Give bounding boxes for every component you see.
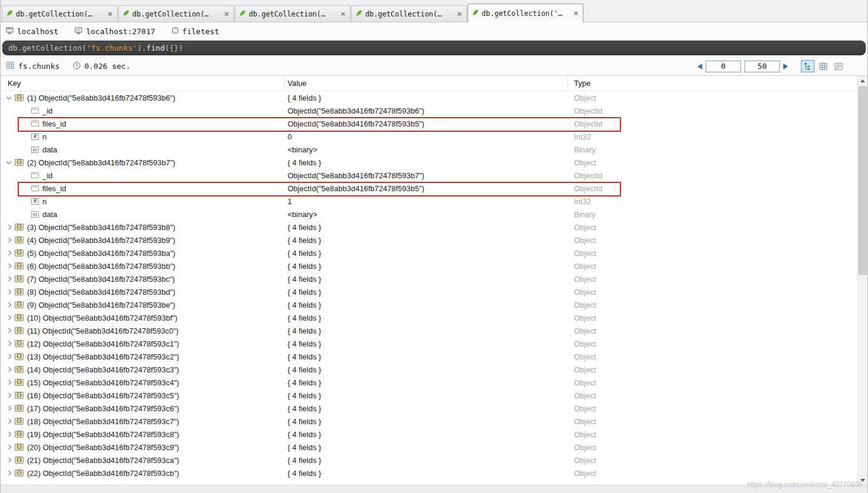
row-key-cell: (11) ObjectId("5e8abb3d416fb72478f593c0"…: [1, 324, 285, 337]
table-row[interactable]: (1) ObjectId("5e8abb3d416fb72478f593b6")…: [1, 91, 867, 104]
scroll-up-icon[interactable]: [858, 76, 867, 85]
table-row[interactable]: (16) ObjectId("5e8abb3d416fb72478f593c5"…: [1, 389, 867, 402]
table-view-button[interactable]: [816, 60, 830, 72]
clock-icon: [73, 62, 81, 71]
expand-arrow-icon[interactable]: [3, 376, 15, 389]
expand-arrow-icon[interactable]: [3, 467, 15, 479]
breadcrumb-database[interactable]: filetest: [172, 27, 219, 36]
table-row[interactable]: (20) ObjectId("5e8abb3d416fb72478f593c9"…: [1, 441, 867, 454]
table-row[interactable]: (17) ObjectId("5e8abb3d416fb72478f593c6"…: [1, 402, 867, 415]
next-page-button[interactable]: [783, 64, 788, 69]
expand-arrow-icon[interactable]: [3, 246, 15, 259]
table-row[interactable]: (3) ObjectId("5e8abb3d416fb72478f593b8")…: [1, 221, 867, 234]
row-type: Object: [568, 324, 867, 337]
expand-arrow-icon[interactable]: [3, 389, 15, 402]
query-editor[interactable]: db.getCollection('fs.chunks').find({}): [2, 41, 866, 55]
table-row[interactable]: (4) ObjectId("5e8abb3d416fb72478f593b9")…: [1, 234, 867, 246]
row-type: Object: [568, 156, 867, 169]
table-row[interactable]: (6) ObjectId("5e8abb3d416fb72478f593bb")…: [1, 259, 867, 272]
table-row[interactable]: (19) ObjectId("5e8abb3d416fb72478f593c8"…: [1, 428, 867, 441]
tab-3[interactable]: db.getCollection(…×: [235, 5, 350, 22]
prev-page-button[interactable]: [697, 64, 702, 69]
table-row[interactable]: n0Int32: [1, 130, 867, 143]
expand-arrow-icon[interactable]: [3, 298, 15, 311]
table-row[interactable]: (5) ObjectId("5e8abb3d416fb72478f593ba")…: [1, 246, 867, 259]
row-value: <binary>: [285, 143, 568, 156]
skip-input[interactable]: [706, 61, 741, 72]
column-header-value[interactable]: Value: [285, 76, 568, 91]
tab-5-active[interactable]: db.getCollection('…×: [468, 4, 583, 22]
table-row[interactable]: (14) ObjectId("5e8abb3d416fb72478f593c3"…: [1, 363, 867, 376]
table-row[interactable]: _idObjectId("5e8abb3d416fb72478f593b7")O…: [1, 169, 867, 182]
table-row[interactable]: (7) ObjectId("5e8abb3d416fb72478f593bc")…: [1, 272, 867, 285]
table-row[interactable]: (15) ObjectId("5e8abb3d416fb72478f593c4"…: [1, 376, 867, 389]
table-row[interactable]: (21) ObjectId("5e8abb3d416fb72478f593ca"…: [1, 454, 867, 467]
table-row[interactable]: data<binary>Binary: [1, 208, 867, 221]
expand-arrow-icon[interactable]: [3, 350, 15, 363]
row-value: { 4 fields }: [285, 415, 568, 428]
table-row[interactable]: (10) ObjectId("5e8abb3d416fb72478f593bf"…: [1, 311, 867, 324]
table-row[interactable]: (11) ObjectId("5e8abb3d416fb72478f593c0"…: [1, 324, 867, 337]
table-row[interactable]: files_idObjectId("5e8abb3d416fb72478f593…: [1, 117, 867, 130]
table-row[interactable]: n1Int32: [1, 195, 867, 208]
expand-arrow-icon[interactable]: [3, 402, 15, 415]
table-row[interactable]: (13) ObjectId("5e8abb3d416fb72478f593c2"…: [1, 350, 867, 363]
tab-1[interactable]: db.getCollection(…×: [2, 5, 118, 22]
tab-2[interactable]: db.getCollection(…×: [118, 5, 234, 22]
expand-arrow-icon[interactable]: [3, 324, 15, 337]
tab-close-icon[interactable]: ×: [573, 9, 579, 18]
row-key-cell: (7) ObjectId("5e8abb3d416fb72478f593bc"): [1, 272, 285, 285]
row-type: Object: [568, 311, 867, 324]
expand-arrow-icon[interactable]: [3, 259, 15, 272]
expand-arrow-icon[interactable]: [3, 221, 15, 234]
row-key-cell: (12) ObjectId("5e8abb3d416fb72478f593c1"…: [1, 337, 285, 350]
column-header-key[interactable]: Key: [1, 76, 285, 91]
row-key: (11) ObjectId("5e8abb3d416fb72478f593c0"…: [27, 327, 179, 335]
expand-arrow-icon[interactable]: [3, 272, 15, 285]
expand-arrow-icon[interactable]: [3, 454, 15, 467]
text-view-button[interactable]: [832, 60, 845, 72]
row-key-cell: (1) ObjectId("5e8abb3d416fb72478f593b6"): [1, 91, 285, 104]
table-row[interactable]: _idObjectId("5e8abb3d416fb72478f593b6")O…: [1, 104, 867, 117]
breadcrumb-server[interactable]: localhost: [6, 27, 58, 36]
limit-input[interactable]: [745, 61, 780, 72]
expand-arrow-icon[interactable]: [3, 337, 15, 350]
tab-close-icon[interactable]: ×: [107, 9, 113, 18]
expand-arrow-icon[interactable]: [3, 285, 15, 298]
breadcrumb-host-label: localhost:27017: [86, 27, 155, 36]
document-icon: [15, 392, 24, 399]
row-type: Object: [568, 376, 867, 389]
expand-arrow-icon[interactable]: [3, 234, 15, 246]
row-key-cell: (6) ObjectId("5e8abb3d416fb72478f593bb"): [1, 259, 285, 272]
table-row[interactable]: files_idObjectId("5e8abb3d416fb72478f593…: [1, 182, 867, 195]
table-row[interactable]: (18) ObjectId("5e8abb3d416fb72478f593c7"…: [1, 415, 867, 428]
tab-4[interactable]: db.getCollection(…×: [351, 5, 467, 22]
collapse-arrow-icon[interactable]: [3, 156, 15, 169]
breadcrumb-host[interactable]: localhost:27017: [75, 27, 155, 36]
table-row[interactable]: data<binary>Binary: [1, 143, 867, 156]
expand-arrow-icon[interactable]: [3, 428, 15, 441]
table-row[interactable]: (12) ObjectId("5e8abb3d416fb72478f593c1"…: [1, 337, 867, 350]
tab-close-icon[interactable]: ×: [456, 9, 462, 18]
collapse-arrow-icon[interactable]: [3, 91, 15, 104]
expand-arrow-icon[interactable]: [3, 415, 15, 428]
tab-close-icon[interactable]: ×: [340, 9, 346, 18]
tree-view-button[interactable]: [801, 60, 814, 72]
document-icon: [15, 159, 24, 166]
expand-arrow-icon[interactable]: [3, 363, 15, 376]
vertical-scrollbar[interactable]: [857, 76, 867, 485]
table-row[interactable]: (22) ObjectId("5e8abb3d416fb72478f593cb"…: [1, 467, 867, 479]
expand-arrow-icon[interactable]: [3, 441, 15, 454]
row-key-cell: (8) ObjectId("5e8abb3d416fb72478f593bd"): [1, 285, 285, 298]
tab-close-icon[interactable]: ×: [223, 9, 229, 18]
row-key: (13) ObjectId("5e8abb3d416fb72478f593c2"…: [27, 352, 179, 361]
table-row[interactable]: (2) ObjectId("5e8abb3d416fb72478f593b7")…: [1, 156, 867, 169]
column-header-type[interactable]: Type: [568, 76, 867, 91]
scrollbar-thumb[interactable]: [859, 86, 867, 275]
table-row[interactable]: (8) ObjectId("5e8abb3d416fb72478f593bd")…: [1, 285, 867, 298]
expand-arrow-icon[interactable]: [3, 311, 15, 324]
table-row[interactable]: (9) ObjectId("5e8abb3d416fb72478f593be")…: [1, 298, 867, 311]
field-field-icon: [31, 108, 39, 114]
field-field-icon: [31, 172, 39, 178]
row-key-cell: (13) ObjectId("5e8abb3d416fb72478f593c2"…: [1, 350, 285, 363]
